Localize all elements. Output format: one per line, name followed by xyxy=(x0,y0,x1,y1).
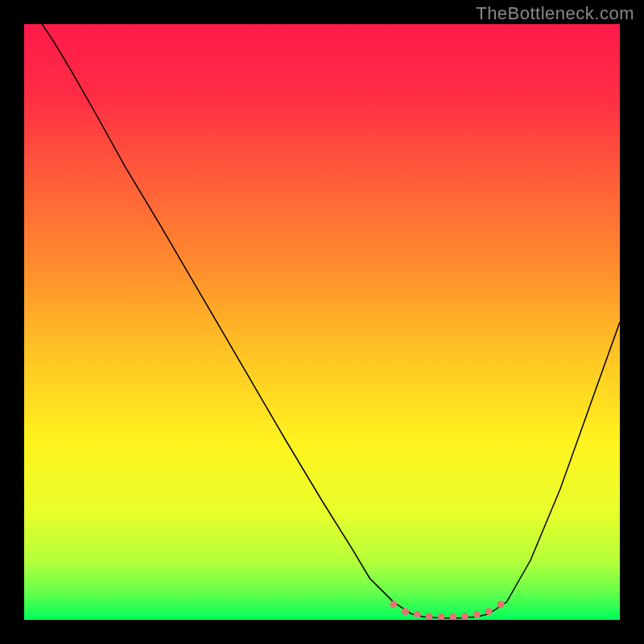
watermark-text: TheBottleneck.com xyxy=(476,3,634,24)
valley-dot xyxy=(461,613,469,620)
valley-dot xyxy=(485,608,493,615)
gradient-background xyxy=(24,24,620,620)
chart-root: TheBottleneck.com xyxy=(0,0,644,644)
bottleneck-chart-svg xyxy=(24,24,620,620)
valley-dot xyxy=(414,611,421,618)
valley-dot xyxy=(426,613,433,620)
valley-dot xyxy=(402,608,409,615)
plot-area xyxy=(24,24,620,620)
valley-dot xyxy=(497,601,505,608)
valley-dot xyxy=(473,611,481,618)
valley-dot xyxy=(390,601,397,608)
